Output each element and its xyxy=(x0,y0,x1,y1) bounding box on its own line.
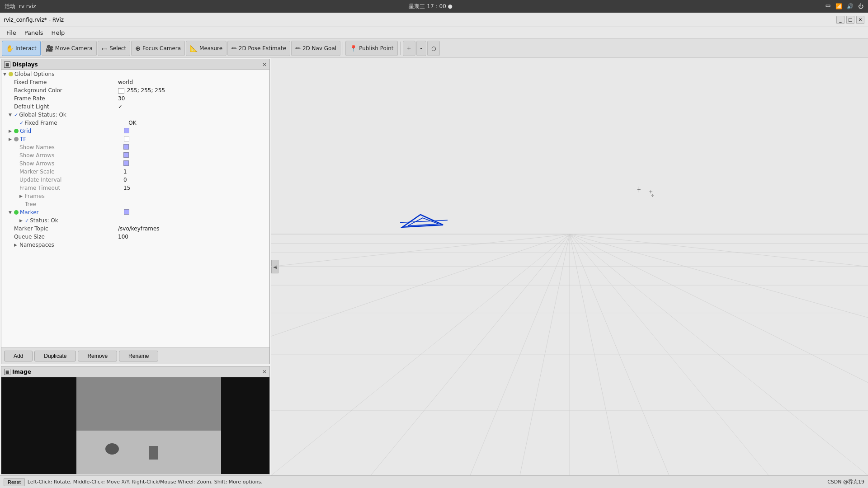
menu-bar: File Panels Help xyxy=(0,27,868,39)
input-method: 中 xyxy=(826,3,831,10)
select-button[interactable]: ▭ Select xyxy=(98,41,130,56)
default-light-row[interactable]: Default Light ✓ xyxy=(1,103,269,111)
fixed-frame-status-row: ✓ Fixed Frame OK xyxy=(1,119,269,127)
global-status-label: Global Status: Ok xyxy=(19,112,123,118)
reset-button[interactable]: Reset xyxy=(4,478,25,486)
show-arrows-checkbox[interactable] xyxy=(123,160,129,166)
displays-panel-icon: ▦ xyxy=(4,61,10,68)
image-panel: ▦ Image ✕ xyxy=(1,366,270,474)
panels-menu[interactable]: Panels xyxy=(21,28,47,37)
fixed-frame-status-value: OK xyxy=(128,120,268,126)
add-button[interactable]: Add xyxy=(4,351,33,361)
camera-feed xyxy=(1,377,269,474)
cam-item2 xyxy=(149,446,158,460)
fit-button[interactable]: ○ xyxy=(427,41,440,56)
zoom-out-label: - xyxy=(420,45,422,52)
marker-scale-value: 1 xyxy=(123,169,268,175)
viewport-3d[interactable]: ◀ xyxy=(271,58,868,475)
system-bar-right: 中 📶 🔊 ⏻ xyxy=(826,3,863,10)
app-name: rv rviz xyxy=(19,3,36,9)
grid-row[interactable]: ▶ Grid xyxy=(1,127,269,135)
window-title: rviz_config.rviz* - RViz xyxy=(4,17,64,23)
fixed-frame-status-check: ✓ xyxy=(19,120,24,126)
rename-button[interactable]: Rename xyxy=(119,351,158,361)
pose-estimate-button[interactable]: ✏️ 2D Pose Estimate xyxy=(227,41,290,56)
frame-rate-label: Frame Rate xyxy=(14,95,118,102)
nav-goal-button[interactable]: ✏️ 2D Nav Goal xyxy=(291,41,340,56)
measure-label: Measure xyxy=(199,45,222,52)
focus-camera-label: Focus Camera xyxy=(142,45,181,52)
frame-timeout-value: 15 xyxy=(123,185,268,191)
move-camera-button[interactable]: 🎥 Move Camera xyxy=(42,41,97,56)
publish-point-button[interactable]: 📍 Publish Point xyxy=(345,41,397,56)
measure-button[interactable]: 📐 Measure xyxy=(186,41,226,56)
displays-panel-header: ▦ Displays ✕ xyxy=(1,59,269,70)
show-axes-label: Show Arrows xyxy=(19,152,123,159)
show-axes-checkbox[interactable] xyxy=(123,152,129,158)
image-panel-close[interactable]: ✕ xyxy=(262,369,267,375)
marker-status-row[interactable]: ▶ ✓ Status: Ok xyxy=(1,216,269,225)
show-arrows-row[interactable]: Show Arrows xyxy=(1,160,269,168)
fixed-frame-label: Fixed Frame xyxy=(14,79,118,85)
frame-timeout-row[interactable]: Frame Timeout 15 xyxy=(1,184,269,192)
image-panel-title: Image xyxy=(12,369,31,375)
bg-color-row[interactable]: Background Color 255; 255; 255 xyxy=(1,86,269,94)
cam-dark-left xyxy=(1,377,76,474)
tf-arrow: ▶ xyxy=(9,137,14,141)
interact-button[interactable]: ✋ Interact xyxy=(2,41,41,56)
show-axes-row[interactable]: Show Arrows xyxy=(1,151,269,160)
marker-topic-value: /svo/keyframes xyxy=(118,225,268,232)
frame-rate-row[interactable]: Frame Rate 30 xyxy=(1,94,269,103)
duplicate-button[interactable]: Duplicate xyxy=(34,351,76,361)
status-instructions: Left-Click: Rotate. Middle-Click: Move X… xyxy=(28,479,263,485)
marker-arrow: ▼ xyxy=(9,210,14,215)
fixed-frame-row[interactable]: Fixed Frame world xyxy=(1,78,269,86)
move-camera-label: Move Camera xyxy=(55,45,93,52)
marker-topic-row[interactable]: Marker Topic /svo/keyframes xyxy=(1,225,269,233)
frames-arrow: ▶ xyxy=(19,194,25,198)
title-bar: rviz_config.rviz* - RViz _ □ ✕ xyxy=(0,13,868,27)
nav-goal-icon: ✏️ xyxy=(295,45,301,52)
minimize-button[interactable]: _ xyxy=(836,16,844,24)
interact-label: Interact xyxy=(15,45,37,52)
namespaces-label: Namespaces xyxy=(19,242,123,248)
marker-checkbox[interactable] xyxy=(124,209,129,215)
global-options-row[interactable]: ▼ Global Options xyxy=(1,70,269,78)
show-names-row[interactable]: Show Names xyxy=(1,143,269,151)
tf-checkbox[interactable] xyxy=(124,136,129,141)
grid-checkbox[interactable] xyxy=(124,128,129,133)
zoom-out-button[interactable]: - xyxy=(416,41,426,56)
system-bar: 活动 rv rviz 星期三 17：00 ● 中 📶 🔊 ⏻ xyxy=(0,0,868,13)
displays-panel-close[interactable]: ✕ xyxy=(262,61,267,68)
update-interval-label: Update Interval xyxy=(19,177,123,183)
namespaces-row[interactable]: ▶ Namespaces xyxy=(1,241,269,249)
tf-row[interactable]: ▶ TF xyxy=(1,135,269,143)
remove-button[interactable]: Remove xyxy=(78,351,117,361)
frames-row[interactable]: ▶ Frames xyxy=(1,192,269,200)
global-options-dot xyxy=(9,72,13,76)
show-names-checkbox[interactable] xyxy=(123,144,129,150)
update-interval-row[interactable]: Update Interval 0 xyxy=(1,176,269,184)
publish-point-label: Publish Point xyxy=(359,45,393,52)
focus-camera-button[interactable]: ⊕ Focus Camera xyxy=(131,41,185,56)
marker-scale-row[interactable]: Marker Scale 1 xyxy=(1,168,269,176)
close-button[interactable]: ✕ xyxy=(856,16,864,24)
datetime-label: 星期三 17：00 ● xyxy=(409,3,453,10)
file-menu[interactable]: File xyxy=(3,28,20,37)
nav-goal-label: 2D Nav Goal xyxy=(302,45,336,52)
global-status-row[interactable]: ▼ ✓ Global Status: Ok xyxy=(1,111,269,119)
maximize-button[interactable]: □ xyxy=(846,16,854,24)
marker-row[interactable]: ▼ Marker xyxy=(1,208,269,216)
interact-icon: ✋ xyxy=(6,45,14,52)
default-light-label: Default Light xyxy=(14,103,118,110)
wifi-icon: 📶 xyxy=(835,3,842,9)
frames-label: Frames xyxy=(25,193,129,199)
bg-color-label: Background Color xyxy=(14,87,118,94)
bg-color-text: 255; 255; 255 xyxy=(127,87,165,94)
zoom-in-button[interactable]: + xyxy=(403,41,415,56)
queue-size-row[interactable]: Queue Size 100 xyxy=(1,233,269,241)
help-menu[interactable]: Help xyxy=(48,28,69,37)
publish-point-icon: 📍 xyxy=(349,45,357,52)
cam-scene xyxy=(76,377,221,474)
global-status-check: ✓ xyxy=(14,112,18,118)
